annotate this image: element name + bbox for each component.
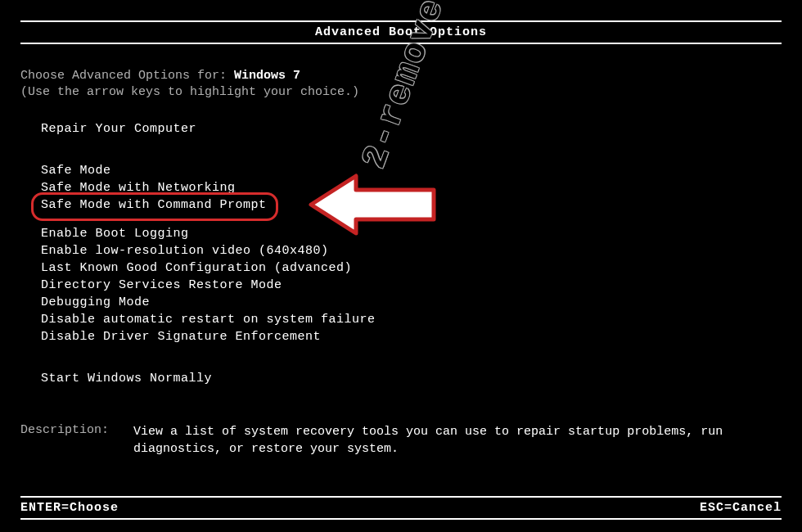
menu-item-low-res[interactable]: Enable low-resolution video (640x480) — [41, 244, 329, 258]
title-bar: Advanced Boot Options — [20, 20, 782, 44]
menu-item-boot-logging[interactable]: Enable Boot Logging — [41, 227, 189, 241]
menu-item-start-normally[interactable]: Start Windows Normally — [41, 372, 212, 385]
menu-item-safe-mode-networking[interactable]: Safe Mode with Networking — [41, 181, 236, 195]
footer-bar: ENTER=Choose ESC=Cancel — [20, 496, 782, 520]
description-text: View a list of system recovery tools you… — [133, 423, 782, 458]
prompt-line: Choose Advanced Options for: Windows 7 — [20, 69, 782, 83]
menu-item-safe-mode-cmd-selected[interactable]: Safe Mode with Command Prompt — [41, 198, 267, 215]
description-label: Description: — [20, 423, 109, 458]
description-block: Description: View a list of system recov… — [20, 423, 782, 458]
menu-item-repair[interactable]: Repair Your Computer — [41, 122, 196, 136]
boot-menu: Repair Your Computer Safe Mode Safe Mode… — [20, 122, 782, 389]
menu-item-disable-auto-restart[interactable]: Disable automatic restart on system fail… — [41, 313, 376, 327]
title-text: Advanced Boot Options — [315, 25, 487, 39]
menu-item-safe-mode-cmd-label: Safe Mode with Command Prompt — [41, 198, 267, 212]
footer-esc: ESC=Cancel — [700, 501, 782, 515]
hint-line: (Use the arrow keys to highlight your ch… — [20, 85, 782, 99]
menu-item-ds-restore[interactable]: Directory Services Restore Mode — [41, 278, 282, 292]
os-name: Windows 7 — [234, 69, 300, 83]
menu-item-disable-driver-sig[interactable]: Disable Driver Signature Enforcement — [41, 330, 321, 344]
menu-item-debugging[interactable]: Debugging Mode — [41, 295, 150, 309]
prompt-prefix: Choose Advanced Options for: — [20, 69, 234, 83]
footer-enter: ENTER=Choose — [20, 501, 119, 515]
menu-item-last-known-good[interactable]: Last Known Good Configuration (advanced) — [41, 261, 352, 275]
menu-item-safe-mode[interactable]: Safe Mode — [41, 164, 111, 178]
